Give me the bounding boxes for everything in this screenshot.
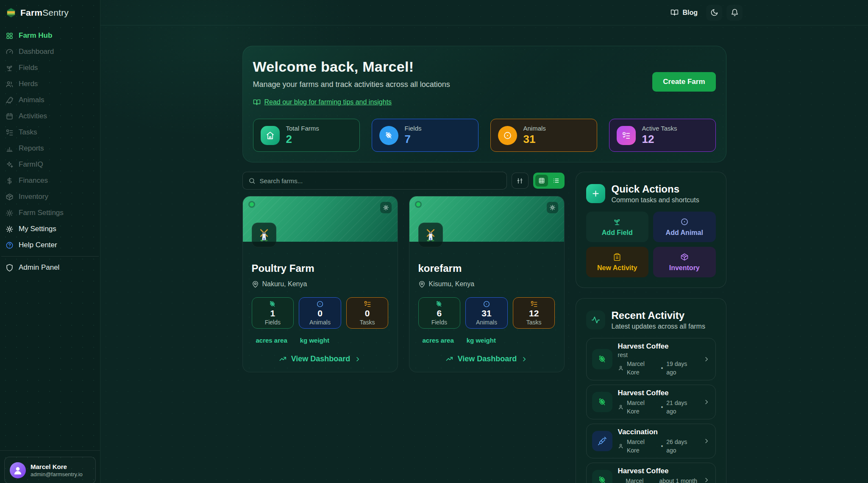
farm-grid: Poultry Farm Nakuru, Kenya 1Fields 0Anim…: [242, 196, 565, 372]
sidebar-nav: Farm Hub Dashboard Fields Herds Animals …: [0, 28, 100, 253]
stat-value: 31: [523, 133, 546, 146]
create-farm-button[interactable]: Create Farm: [652, 72, 715, 92]
sparkles-icon: [6, 161, 14, 169]
chevron-right-icon: [703, 356, 710, 363]
farm-area-unit: acres area: [256, 337, 287, 344]
view-dashboard-label: View Dashboard: [291, 355, 351, 363]
notifications-button[interactable]: [726, 5, 743, 21]
activity-title: Harvest Coffee: [618, 466, 698, 476]
sidebar-item-herds[interactable]: Herds: [0, 76, 100, 92]
sidebar-item-finances[interactable]: Finances: [0, 173, 100, 189]
farm-mini-stats: 6Fields 31Animals 12Tasks: [418, 297, 555, 329]
profile-name: Marcel Kore: [31, 463, 83, 470]
recent-activity-subtitle: Latest updates across all farms: [612, 323, 705, 330]
sidebar-item-label: Farm Hub: [19, 31, 52, 40]
activity-item[interactable]: Vaccination Marcel Kore•26 days ago: [586, 424, 716, 458]
sidebar-item-farmiq[interactable]: FarmIQ: [0, 156, 100, 173]
farm-avatar: [252, 223, 276, 247]
meta-separator: •: [661, 442, 663, 450]
farm-location: Nakuru, Kenya: [262, 280, 307, 288]
view-dashboard-link[interactable]: View Dashboard: [252, 355, 389, 363]
farm-settings-button[interactable]: [380, 202, 392, 213]
brand-name-light: Sentry: [42, 8, 69, 17]
sidebar-item-inventory[interactable]: Inventory: [0, 189, 100, 205]
checklist-icon: [364, 300, 371, 308]
sidebar-item-tasks[interactable]: Tasks: [0, 124, 100, 140]
profile-card[interactable]: Marcel Kore admin@farmsentry.io: [4, 457, 96, 483]
grid-view-button[interactable]: [535, 175, 548, 187]
circle-dot-icon: [483, 300, 490, 308]
sidebar-item-farm-hub[interactable]: Farm Hub: [0, 28, 100, 44]
farm-stat-label: Tasks: [360, 319, 375, 326]
sidebar-item-reports[interactable]: Reports: [0, 140, 100, 156]
circle-dot-icon: [316, 300, 324, 308]
sidebar-item-dashboard[interactable]: Dashboard: [0, 44, 100, 60]
list-view-icon: [553, 177, 559, 184]
sidebar-item-label: Activities: [19, 112, 47, 120]
gear-icon: [6, 209, 14, 217]
status-dot: [250, 202, 254, 207]
farm-weight-unit: kg weight: [300, 337, 329, 344]
sidebar-item-fields[interactable]: Fields: [0, 60, 100, 76]
brand-logo[interactable]: FarmSentry: [0, 0, 100, 18]
stats-row: Total Farms 2 Fields 7 Animals 31: [253, 119, 716, 152]
blog-link[interactable]: Read our blog for farming tips and insig…: [253, 98, 392, 106]
sidebar-divider: [1, 256, 99, 257]
sidebar-item-farm-settings[interactable]: Farm Settings: [0, 205, 100, 221]
list-view-button[interactable]: [550, 175, 562, 187]
sidebar-item-label: Help Center: [19, 241, 57, 249]
view-dashboard-link[interactable]: View Dashboard: [418, 355, 555, 363]
sidebar-item-admin-panel[interactable]: Admin Panel: [0, 260, 100, 276]
page-title: Welcome back, Marcel!: [253, 59, 450, 75]
profile-info: Marcel Kore admin@farmsentry.io: [31, 463, 83, 477]
wheat-icon: [592, 470, 612, 483]
activity-item[interactable]: Harvest Coffee rest Marcel Kore•19 days …: [586, 338, 716, 380]
stat-value: 7: [405, 133, 422, 146]
book-open-icon: [670, 8, 679, 17]
sidebar-item-help-center[interactable]: Help Center: [0, 237, 100, 253]
view-dashboard-label: View Dashboard: [458, 355, 517, 363]
gear-icon: [6, 225, 14, 233]
stat-label: Animals: [523, 125, 546, 132]
sidebar-item-label: Reports: [19, 144, 44, 153]
quick-actions-subtitle: Common tasks and shortcuts: [612, 196, 699, 204]
search-input[interactable]: [260, 177, 501, 184]
user-icon: [618, 404, 623, 410]
add-animal-button[interactable]: Add Animal: [653, 212, 716, 242]
farm-stat-label: Tasks: [526, 319, 542, 326]
farm-settings-button[interactable]: [547, 202, 558, 213]
clipboard-icon: [613, 253, 621, 261]
grid-view-icon: [538, 177, 545, 184]
inventory-button[interactable]: Inventory: [653, 247, 716, 277]
wheat-icon: [379, 126, 398, 145]
barn-icon: [261, 126, 280, 145]
new-activity-button[interactable]: New Activity: [586, 247, 649, 277]
filter-button[interactable]: [512, 173, 529, 189]
theme-toggle-button[interactable]: [706, 5, 722, 21]
sidebar-item-activities[interactable]: Activities: [0, 108, 100, 124]
sidebar-item-label: FarmIQ: [19, 160, 43, 169]
package-icon: [6, 193, 14, 201]
farm-mini-stats: 1Fields 0Animals 0Tasks: [252, 297, 389, 329]
stat-label: Total Farms: [286, 125, 319, 132]
welcome-text-block: Welcome back, Marcel! Manage your farms …: [253, 59, 450, 108]
farm-name: korefarm: [418, 262, 555, 274]
topbar: Blog: [100, 0, 868, 25]
app-root: FarmSentry Farm Hub Dashboard Fields Her…: [0, 0, 868, 483]
farm-stat-value: 12: [529, 309, 539, 318]
avatar: [10, 462, 26, 478]
stat-card-total-farms: Total Farms 2: [253, 119, 360, 152]
activity-item[interactable]: Harvest Coffee Marcel Kore•21 days ago: [586, 385, 716, 419]
blog-button[interactable]: Blog: [666, 5, 702, 20]
sidebar-item-my-settings[interactable]: My Settings: [0, 221, 100, 237]
blog-link-label: Read our blog for farming tips and insig…: [264, 98, 392, 106]
welcome-subtitle: Manage your farms and track activities a…: [253, 80, 450, 89]
activity-item[interactable]: Harvest Coffee Marcel Kore•about 1 month…: [586, 463, 716, 483]
brand-name: FarmSentry: [20, 8, 69, 18]
wheat-icon: [269, 300, 276, 308]
add-field-button[interactable]: Add Field: [586, 212, 649, 242]
plus-icon: [586, 184, 605, 203]
sidebar-item-animals[interactable]: Animals: [0, 92, 100, 108]
main-area: Blog Welcome back, Marcel! Manage your f…: [100, 0, 868, 483]
gear-icon: [383, 204, 389, 211]
